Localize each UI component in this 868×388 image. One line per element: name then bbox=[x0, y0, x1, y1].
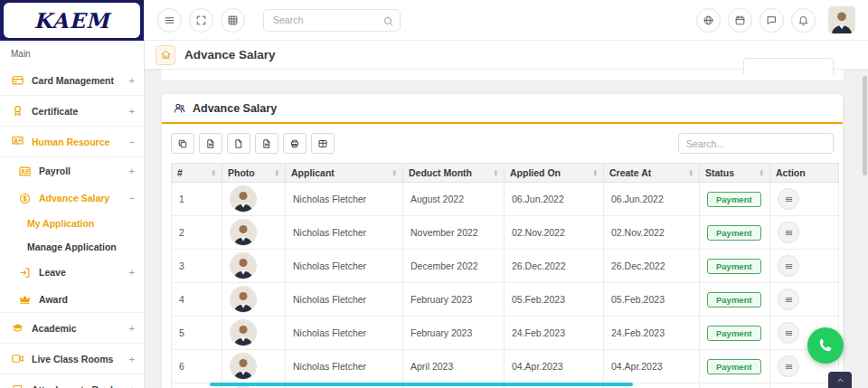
cell-create-at: 02.Nov.2022 bbox=[604, 216, 700, 250]
menu-lines-icon bbox=[784, 362, 794, 372]
topbar-expand-button[interactable] bbox=[189, 8, 213, 33]
sidebar-section-label: Main bbox=[0, 41, 144, 65]
row-action-button[interactable] bbox=[778, 322, 799, 344]
export-pdf-button[interactable] bbox=[255, 133, 278, 154]
cell-applied-on: 24.Feb.2023 bbox=[505, 317, 604, 350]
cell-deduct-month: November 2022 bbox=[403, 216, 505, 250]
expand-toggle-icon[interactable]: + bbox=[129, 75, 135, 86]
status-badge: Payment bbox=[707, 326, 761, 341]
page-title: Advance Salary bbox=[184, 48, 276, 62]
sidebar-item-advance-salary[interactable]: Advance Salary− bbox=[0, 185, 144, 212]
calendar-icon bbox=[734, 14, 746, 26]
expand-toggle-icon[interactable]: + bbox=[129, 267, 135, 278]
brand-logo[interactable]: KAEM bbox=[4, 3, 140, 38]
card-toolbar bbox=[162, 124, 843, 163]
row-action-button[interactable] bbox=[778, 355, 799, 377]
cell-deduct-month: December 2022 bbox=[403, 250, 505, 283]
expand-toggle-icon[interactable]: + bbox=[129, 166, 135, 176]
sort-icon: ▲▼ bbox=[212, 169, 216, 177]
table-row: 3Nicholas FletcherDecember 202226.Dec.20… bbox=[172, 250, 839, 283]
row-action-button[interactable] bbox=[778, 188, 799, 210]
export-csv-button[interactable] bbox=[227, 133, 250, 154]
row-action-button[interactable] bbox=[778, 255, 799, 277]
menu-lines-icon bbox=[784, 194, 794, 204]
vertical-scrollbar[interactable] bbox=[863, 76, 867, 175]
column-header-applied-on[interactable]: Applied On▲▼ bbox=[505, 164, 604, 183]
expand-toggle-icon[interactable]: + bbox=[129, 354, 135, 364]
topbar-grid-button[interactable] bbox=[221, 8, 245, 33]
users-icon bbox=[173, 101, 186, 115]
row-action-button[interactable] bbox=[778, 222, 799, 243]
table-search-input[interactable] bbox=[678, 133, 834, 154]
main-area: Advance Salary Advance Salary bbox=[145, 0, 868, 388]
topbar-chat-button[interactable] bbox=[760, 8, 784, 33]
export-excel-button[interactable] bbox=[199, 133, 222, 154]
column-header-deduct-month[interactable]: Deduct Month▲▼ bbox=[403, 164, 505, 183]
topbar-globe-button[interactable] bbox=[696, 8, 721, 33]
export-copy-button[interactable] bbox=[171, 133, 194, 154]
whatsapp-button[interactable] bbox=[807, 327, 844, 364]
csv-icon bbox=[233, 138, 244, 149]
pdf-icon bbox=[261, 138, 272, 149]
expand-toggle-icon[interactable]: − bbox=[129, 137, 135, 147]
cell-photo bbox=[222, 183, 286, 216]
status-badge: Payment bbox=[707, 259, 761, 274]
cell-photo bbox=[222, 350, 286, 383]
expand-toggle-icon[interactable]: + bbox=[129, 323, 135, 334]
phone-icon bbox=[816, 336, 835, 355]
cell-create-at: 05.Feb.2023 bbox=[604, 283, 700, 317]
applicant-photo bbox=[230, 286, 257, 313]
topbar-bell-button[interactable] bbox=[791, 8, 816, 33]
sidebar-item-label: Payroll bbox=[39, 166, 122, 176]
sidebar-item-attachments-book[interactable]: Attachments Book+ bbox=[0, 374, 144, 388]
advance-salary-table: #▲▼Photo▲▼Applicant▲▼Deduct Month▲▼Appli… bbox=[171, 163, 839, 388]
status-badge: Payment bbox=[707, 292, 761, 308]
expand-toggle-icon[interactable]: + bbox=[129, 106, 135, 117]
sidebar-item-manage-application[interactable]: Manage Application bbox=[0, 235, 144, 259]
partially-scrolled-card bbox=[161, 70, 844, 80]
row-action-button[interactable] bbox=[778, 289, 799, 310]
sidebar-item-academic[interactable]: Academic+ bbox=[0, 313, 144, 344]
column-header-photo[interactable]: Photo▲▼ bbox=[222, 164, 286, 183]
sidebar-menu: Card Management+Certificate+Human Resour… bbox=[0, 65, 144, 388]
applicant-photo bbox=[230, 353, 257, 380]
expand-toggle-icon[interactable]: + bbox=[129, 384, 135, 388]
column-header-num[interactable]: #▲▼ bbox=[172, 164, 222, 183]
horizontal-scrollbar[interactable] bbox=[210, 383, 633, 386]
sidebar-item-live-class-rooms[interactable]: Live Class Rooms+ bbox=[0, 344, 144, 374]
sidebar-item-award[interactable]: Award bbox=[0, 286, 144, 313]
cell-applied-on: 05.Feb.2023 bbox=[505, 283, 604, 317]
search-icon bbox=[382, 14, 394, 26]
column-header-create-at[interactable]: Create At▲▼ bbox=[604, 164, 700, 183]
cell-applicant: Nicholas Fletcher bbox=[286, 317, 403, 350]
topbar-calendar-button[interactable] bbox=[728, 8, 752, 33]
sidebar-item-card-management[interactable]: Card Management+ bbox=[0, 65, 144, 96]
column-header-applicant[interactable]: Applicant▲▼ bbox=[286, 164, 403, 183]
home-button[interactable] bbox=[156, 45, 175, 65]
topbar-menu-button[interactable] bbox=[157, 8, 182, 33]
sidebar-item-certificate[interactable]: Certificate+ bbox=[0, 96, 144, 127]
user-avatar[interactable] bbox=[828, 6, 855, 33]
sort-icon: ▲▼ bbox=[275, 169, 279, 177]
cell-applied-on: 04.Apr.2023 bbox=[505, 350, 604, 383]
export-columns-button[interactable] bbox=[311, 133, 335, 154]
expand-icon bbox=[195, 14, 207, 26]
scroll-to-top-button[interactable] bbox=[828, 372, 852, 388]
cell-deduct-month: April 2023 bbox=[403, 350, 505, 383]
sort-icon: ▲▼ bbox=[593, 169, 598, 177]
column-header-status[interactable]: Status▲▼ bbox=[700, 164, 770, 183]
sidebar-item-payroll[interactable]: Payroll+ bbox=[0, 157, 144, 185]
cell-applicant: Nicholas Fletcher bbox=[286, 350, 403, 383]
cell-status: Payment bbox=[700, 183, 770, 216]
export-print-button[interactable] bbox=[283, 133, 307, 154]
sidebar-item-my-application[interactable]: My Application bbox=[0, 212, 144, 235]
sidebar-item-leave[interactable]: Leave+ bbox=[0, 259, 144, 286]
sidebar-item-human-resource[interactable]: Human Resource− bbox=[0, 127, 144, 157]
cell-num: 1 bbox=[172, 183, 222, 216]
menu-lines-icon bbox=[784, 328, 794, 338]
cell-applied-on: 02.Nov.2022 bbox=[505, 216, 604, 250]
expand-toggle-icon[interactable]: − bbox=[129, 193, 135, 203]
video-icon bbox=[11, 352, 24, 365]
topbar-search-input[interactable] bbox=[263, 9, 401, 32]
column-header-label: Applicant bbox=[291, 167, 335, 178]
